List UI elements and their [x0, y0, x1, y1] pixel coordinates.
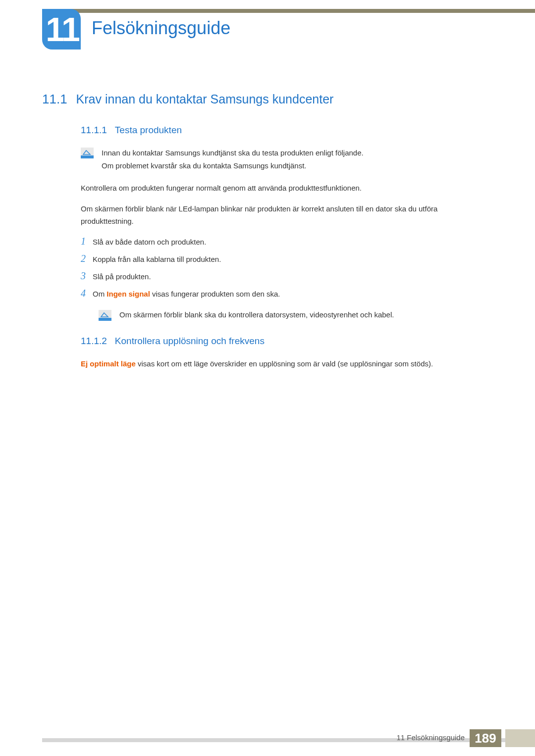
- page-footer: 11 Felsökningsguide 189: [0, 735, 535, 756]
- subsection-heading: 11.1.1 Testa produkten: [81, 125, 485, 136]
- footer-side-strip: [505, 729, 535, 747]
- step-list: 1 Slå av både datorn och produkten. 2 Ko…: [81, 236, 485, 321]
- footer-page-box: 189: [470, 729, 501, 747]
- step-text: Slå på produkten.: [93, 271, 151, 283]
- sub-note-text: Om skärmen förblir blank ska du kontroll…: [119, 309, 394, 321]
- note-icon: [99, 310, 111, 321]
- chapter-title: Felsökningsguide: [92, 18, 230, 39]
- step-text: Koppla från alla kablarna till produkten…: [93, 253, 221, 265]
- footer-page-number: 189: [475, 731, 496, 746]
- section-heading: 11.1 Krav innan du kontaktar Samsungs ku…: [42, 92, 485, 107]
- paragraph: Ej optimalt läge visas kort om ett läge …: [81, 357, 485, 370]
- svg-rect-3: [99, 318, 111, 321]
- section-number: 11.1: [42, 92, 67, 107]
- step-number: 3: [81, 270, 93, 282]
- svg-rect-1: [81, 155, 94, 158]
- note-line-1: Innan du kontaktar Samsungs kundtjänst s…: [102, 147, 364, 159]
- paragraph: Kontrollera om produkten fungerar normal…: [81, 182, 485, 195]
- list-item: 2 Koppla från alla kablarna till produkt…: [81, 253, 485, 265]
- top-decorative-bar: [42, 9, 535, 13]
- chapter-number: 11: [46, 10, 77, 49]
- note-line-2: Om problemet kvarstår ska du kontakta Sa…: [102, 159, 364, 172]
- step-text: Slå av både datorn och produkten.: [93, 236, 206, 248]
- subsection-number: 11.1.1: [81, 125, 107, 136]
- step-number: 2: [81, 253, 93, 264]
- note-text: Innan du kontaktar Samsungs kundtjänst s…: [102, 147, 364, 172]
- paragraph-rest: visas kort om ett läge överskrider en up…: [136, 359, 433, 368]
- note-icon: [81, 148, 94, 158]
- footer-chapter-label: 11 Felsökningsguide: [396, 733, 465, 742]
- section-title: Krav innan du kontaktar Samsungs kundcen…: [76, 92, 334, 106]
- paragraph: Om skärmen förblir blank när LEd-lampan …: [81, 202, 485, 228]
- highlighted-term: Ingen signal: [107, 290, 150, 298]
- subsection-number: 11.1.2: [81, 336, 107, 347]
- subsection-heading: 11.1.2 Kontrollera upplösning och frekve…: [81, 336, 485, 347]
- step-text-before: Om: [93, 290, 107, 298]
- page-content: 11.1 Krav innan du kontaktar Samsungs ku…: [42, 92, 485, 378]
- highlighted-term: Ej optimalt läge: [81, 359, 136, 368]
- sub-note-block: Om skärmen förblir blank ska du kontroll…: [99, 309, 485, 321]
- note-block: Innan du kontaktar Samsungs kundtjänst s…: [81, 147, 485, 172]
- subsection-title: Kontrollera upplösning och frekvens: [115, 336, 265, 347]
- subsection-title: Testa produkten: [115, 125, 182, 136]
- list-item: 4 Om Ingen signal visas fungerar produkt…: [81, 288, 485, 300]
- step-number: 4: [81, 288, 93, 299]
- step-text-after: visas fungerar produkten som den ska.: [150, 290, 280, 298]
- step-text: Om Ingen signal visas fungerar produkten…: [93, 288, 280, 300]
- step-number: 1: [81, 236, 93, 247]
- list-item: 3 Slå på produkten.: [81, 270, 485, 283]
- chapter-number-badge: 11: [42, 9, 81, 50]
- list-item: 1 Slå av både datorn och produkten.: [81, 236, 485, 248]
